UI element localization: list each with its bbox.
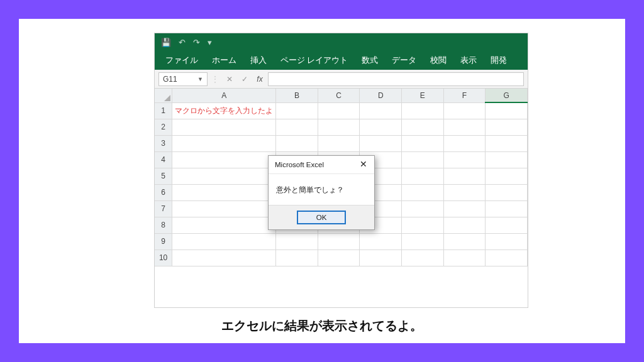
cell-D2[interactable] — [360, 119, 402, 135]
cell-G10[interactable] — [486, 250, 528, 266]
caption-text: エクセルに結果が表示されてるよ。 — [19, 317, 625, 334]
excel-window: 💾 ↶ ↷ ▾ ファイル ホーム 挿入 ページ レイアウト 数式 データ 校閲 … — [154, 33, 528, 308]
row-header-3[interactable]: 3 — [155, 135, 172, 151]
cell-C1[interactable] — [318, 102, 360, 119]
qat-more-icon[interactable]: ▾ — [208, 38, 212, 47]
row-header-7[interactable]: 7 — [155, 200, 172, 217]
tab-view[interactable]: 表示 — [453, 52, 484, 70]
cancel-icon[interactable]: ✕ — [225, 75, 234, 84]
cell-B9[interactable] — [276, 233, 318, 250]
cell-E4[interactable] — [402, 151, 444, 168]
column-header-C[interactable]: C — [318, 89, 360, 102]
row-header-1[interactable]: 1 — [155, 102, 172, 119]
cell-G2[interactable] — [486, 119, 528, 135]
tab-formulas[interactable]: 数式 — [355, 52, 385, 70]
cell-F6[interactable] — [443, 184, 486, 200]
cell-D9[interactable] — [360, 233, 402, 250]
tab-review[interactable]: 校閲 — [423, 52, 453, 70]
cell-F8[interactable] — [443, 217, 486, 233]
tab-data[interactable]: データ — [385, 52, 423, 70]
column-header-E[interactable]: E — [402, 89, 444, 102]
column-header-B[interactable]: B — [276, 89, 318, 102]
cell-D3[interactable] — [360, 135, 402, 151]
formula-bar-row: G11 ▼ ⋮ ✕ ✓ fx — [155, 70, 528, 89]
row-header-8[interactable]: 8 — [155, 217, 172, 233]
tab-pagelayout[interactable]: ページ レイアウト — [274, 52, 355, 70]
fx-icon[interactable]: fx — [255, 75, 264, 84]
cell-E3[interactable] — [402, 135, 444, 151]
cell-B3[interactable] — [276, 135, 318, 151]
tab-insert[interactable]: 挿入 — [243, 52, 274, 70]
cell-G4[interactable] — [486, 151, 528, 168]
cell-E1[interactable] — [402, 102, 444, 119]
tab-developer[interactable]: 開発 — [484, 52, 514, 70]
cell-F7[interactable] — [443, 200, 486, 217]
save-icon[interactable]: 💾 — [161, 38, 171, 47]
cell-C9[interactable] — [318, 233, 360, 250]
row-header-5[interactable]: 5 — [155, 168, 172, 184]
cell-E10[interactable] — [402, 250, 444, 266]
ribbon-tabs: ファイル ホーム 挿入 ページ レイアウト 数式 データ 校閲 表示 開発 — [155, 51, 528, 70]
cell-G7[interactable] — [486, 200, 528, 217]
cell-G5[interactable] — [486, 168, 528, 184]
cell-G8[interactable] — [486, 217, 528, 233]
cell-B10[interactable] — [276, 250, 318, 266]
cell-B1[interactable] — [276, 102, 318, 119]
chevron-down-icon[interactable]: ▼ — [197, 76, 203, 82]
cell-A3[interactable] — [172, 135, 276, 151]
cell-A1[interactable]: マクロから文字を入力したよ — [172, 102, 276, 119]
cell-A2[interactable] — [172, 119, 276, 135]
confirm-icon[interactable]: ✓ — [240, 75, 249, 84]
quick-access-toolbar: 💾 ↶ ↷ ▾ — [155, 33, 528, 51]
cell-F5[interactable] — [443, 168, 486, 184]
cell-F2[interactable] — [443, 119, 486, 135]
cell-A9[interactable] — [172, 233, 276, 250]
cell-A8[interactable] — [172, 217, 276, 233]
row-header-9[interactable]: 9 — [155, 233, 172, 250]
cell-F3[interactable] — [443, 135, 486, 151]
cell-D1[interactable] — [360, 102, 402, 119]
column-header-F[interactable]: F — [443, 89, 486, 102]
row-header-2[interactable]: 2 — [155, 119, 172, 135]
cell-B2[interactable] — [276, 119, 318, 135]
select-all-corner[interactable] — [155, 89, 172, 102]
tab-file[interactable]: ファイル — [158, 52, 205, 70]
cell-A4[interactable] — [172, 151, 276, 168]
cell-F1[interactable] — [443, 102, 486, 119]
cell-E5[interactable] — [402, 168, 444, 184]
row-header-10[interactable]: 10 — [155, 250, 172, 266]
formula-bar[interactable] — [268, 72, 524, 86]
tab-home[interactable]: ホーム — [205, 52, 243, 70]
cell-E9[interactable] — [402, 233, 444, 250]
formula-buttons: ⋮ ✕ ✓ fx — [211, 75, 264, 84]
cell-G6[interactable] — [486, 184, 528, 200]
row-header-4[interactable]: 4 — [155, 151, 172, 168]
cell-A7[interactable] — [172, 200, 276, 217]
name-box[interactable]: G11 ▼ — [158, 72, 208, 86]
cell-E2[interactable] — [402, 119, 444, 135]
cell-G3[interactable] — [486, 135, 528, 151]
cell-A5[interactable] — [172, 168, 276, 184]
row-header-6[interactable]: 6 — [155, 184, 172, 200]
redo-icon[interactable]: ↷ — [193, 38, 200, 47]
cell-E8[interactable] — [402, 217, 444, 233]
cell-A6[interactable] — [172, 184, 276, 200]
close-icon[interactable]: ✕ — [357, 159, 370, 170]
cell-F9[interactable] — [443, 233, 486, 250]
cell-F4[interactable] — [443, 151, 486, 168]
cell-E6[interactable] — [402, 184, 444, 200]
cell-E7[interactable] — [402, 200, 444, 217]
cell-C10[interactable] — [318, 250, 360, 266]
cell-F10[interactable] — [443, 250, 486, 266]
ok-button[interactable]: OK — [297, 211, 346, 224]
column-header-G[interactable]: G — [486, 89, 528, 102]
cell-C2[interactable] — [318, 119, 360, 135]
column-header-D[interactable]: D — [360, 89, 402, 102]
cell-A10[interactable] — [172, 250, 276, 266]
cell-C3[interactable] — [318, 135, 360, 151]
cell-D10[interactable] — [360, 250, 402, 266]
cell-G9[interactable] — [486, 233, 528, 250]
column-header-A[interactable]: A — [172, 89, 276, 102]
cell-G1[interactable] — [486, 102, 528, 119]
undo-icon[interactable]: ↶ — [179, 38, 186, 47]
